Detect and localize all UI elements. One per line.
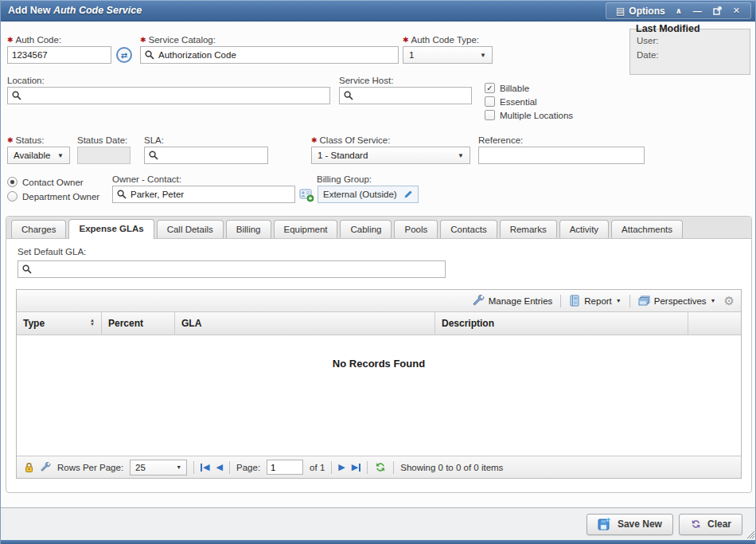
chevron-down-icon: ▼ [57, 152, 64, 159]
sla-input[interactable] [162, 148, 267, 162]
previous-page-button[interactable]: ◀ [216, 462, 223, 472]
tab-pools[interactable]: Pools [394, 220, 438, 238]
last-modified-user-label: User: [637, 36, 743, 45]
search-icon [22, 264, 32, 274]
clear-refresh-icon [690, 519, 702, 530]
multiple-locations-checkbox[interactable] [485, 110, 495, 120]
window-bottom-edge [1, 540, 755, 544]
report-icon [569, 295, 580, 307]
minimize-icon: — [693, 6, 702, 16]
owner-contact-input[interactable] [131, 187, 294, 202]
set-default-gla-search[interactable] [18, 260, 446, 278]
page-label: Page: [236, 463, 260, 472]
contact-owner-label: Contact Owner [22, 178, 84, 187]
last-page-button[interactable]: ▶ [352, 462, 360, 472]
column-header-type[interactable]: Type ▲ ▼ [17, 312, 102, 335]
required-icon: ✱ [403, 36, 409, 44]
sla-search[interactable] [144, 147, 268, 164]
tab-contacts[interactable]: Contacts [440, 220, 497, 238]
contact-owner-radio[interactable] [7, 177, 18, 187]
auth-code-input[interactable] [7, 46, 111, 64]
location-search[interactable] [7, 87, 330, 104]
refresh-icon[interactable] [374, 461, 387, 473]
detail-tabs-panel: Charges Expense GLAs Call Details Billin… [6, 216, 752, 493]
search-icon [149, 151, 158, 160]
tab-cabling[interactable]: Cabling [340, 220, 392, 238]
toolbar-separator [560, 295, 561, 307]
essential-checkbox-row: Essential [485, 96, 537, 107]
status-select[interactable]: Available ▼ [7, 147, 70, 164]
clear-button[interactable]: Clear [679, 514, 742, 535]
owner-contact-search[interactable] [112, 186, 295, 203]
rows-per-page-value: 25 [135, 463, 146, 472]
service-host-input[interactable] [357, 88, 471, 103]
class-of-service-value: 1 - Standard [318, 151, 368, 160]
first-page-button[interactable]: ◀ [201, 462, 209, 472]
last-page-icon [359, 464, 360, 472]
report-button[interactable]: Report ▼ [567, 293, 623, 308]
class-of-service-label: ✱Class Of Service: [311, 135, 390, 145]
set-default-gla-label: Set Default GLA: [18, 247, 86, 256]
options-button[interactable]: ▤ Options [611, 6, 670, 17]
check-icon: ✓ [486, 84, 493, 92]
showing-status-text: Showing 0 to 0 of 0 items [400, 463, 503, 472]
service-catalog-search[interactable] [140, 46, 399, 64]
lock-icon[interactable] [24, 462, 34, 473]
service-catalog-input[interactable] [158, 48, 398, 62]
column-header-gla[interactable]: GLA [175, 312, 435, 335]
tab-call-details[interactable]: Call Details [157, 220, 224, 238]
chevron-down-icon: ▼ [176, 464, 181, 470]
class-of-service-select[interactable]: 1 - Standard ▼ [311, 147, 470, 164]
tab-attachments[interactable]: Attachments [611, 220, 683, 238]
edit-pencil-icon[interactable] [403, 190, 413, 199]
collapse-button[interactable]: ∧ [670, 3, 688, 18]
close-button[interactable]: ✕ [727, 3, 746, 18]
page-number-input[interactable] [267, 460, 303, 475]
service-host-search[interactable] [339, 87, 472, 104]
wrench-icon [473, 295, 485, 307]
add-contact-button[interactable] [299, 187, 314, 202]
resize-grip-icon [745, 529, 754, 538]
resize-grip[interactable] [745, 529, 754, 538]
tab-remarks[interactable]: Remarks [500, 220, 557, 238]
grid-settings-button[interactable]: ⚙ [724, 295, 735, 307]
location-input[interactable] [25, 88, 329, 103]
reference-input[interactable] [478, 147, 645, 164]
generate-code-button[interactable]: ⇄ [116, 47, 132, 63]
sync-icon: ⇄ [121, 51, 127, 60]
billable-checkbox-row: ✓ Billable [485, 83, 529, 93]
perspectives-label: Perspectives [654, 296, 707, 306]
auth-code-type-select[interactable]: 1 ▼ [403, 46, 493, 64]
last-modified-legend: Last Modified [633, 23, 703, 34]
sla-label: SLA: [144, 135, 164, 145]
essential-checkbox[interactable] [485, 96, 495, 107]
tab-charges[interactable]: Charges [11, 220, 66, 238]
next-page-button[interactable]: ▶ [338, 462, 345, 472]
billable-checkbox[interactable]: ✓ [485, 83, 495, 93]
popout-button[interactable] [707, 3, 727, 18]
minimize-button[interactable]: — [688, 3, 707, 18]
manage-entries-button[interactable]: Manage Entries [470, 293, 555, 308]
department-owner-radio[interactable] [7, 191, 18, 202]
tab-equipment[interactable]: Equipment [274, 220, 338, 238]
grid-toolbar: Manage Entries Report ▼ [17, 290, 741, 312]
service-catalog-label: ✱Service Catalog: [140, 35, 216, 45]
rows-per-page-select[interactable]: 25 ▼ [130, 460, 187, 476]
tab-billing[interactable]: Billing [226, 220, 271, 238]
tab-expense-glas[interactable]: Expense GLAs [68, 219, 154, 239]
status-date-label: Status Date: [77, 135, 127, 145]
sort-icon[interactable]: ▲ ▼ [90, 318, 95, 327]
last-modified-panel: Last Modified User: Date: [629, 29, 750, 75]
set-default-gla-input[interactable] [36, 262, 445, 276]
tab-activity[interactable]: Activity [559, 220, 609, 238]
first-page-icon [201, 464, 202, 472]
save-new-button[interactable]: Save New [586, 514, 673, 535]
save-new-label: Save New [618, 519, 662, 530]
expense-glas-grid: Manage Entries Report ▼ [16, 289, 742, 479]
column-header-description[interactable]: Description [435, 312, 688, 335]
wrench-icon[interactable] [41, 462, 51, 472]
multiple-locations-label: Multiple Locations [500, 111, 573, 120]
perspectives-button[interactable]: Perspectives ▼ [636, 294, 719, 308]
column-header-percent[interactable]: Percent [102, 312, 175, 335]
billing-group-label: Billing Group: [317, 174, 372, 184]
